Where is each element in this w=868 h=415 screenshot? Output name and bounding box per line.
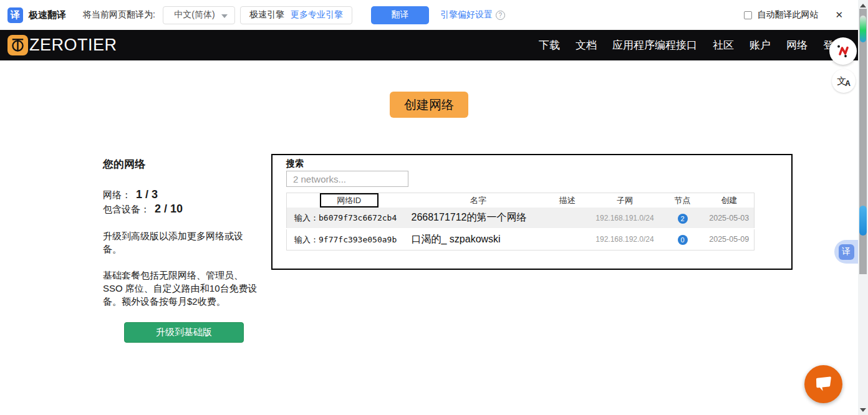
col-created[interactable]: 创建 xyxy=(705,193,755,208)
scrollbar-marker-green xyxy=(860,16,866,42)
language-select[interactable]: 中文(简体) xyxy=(163,6,235,24)
translate-brand: 极速翻译 xyxy=(29,9,66,21)
scrollbar-thumb[interactable] xyxy=(859,206,867,236)
network-description xyxy=(546,208,589,229)
side-translate-fab[interactable]: 文 A xyxy=(832,69,856,93)
auto-translate-label: 自动翻译此网站 xyxy=(757,9,818,21)
extension-network-fab[interactable] xyxy=(829,37,857,65)
chat-widget-button[interactable] xyxy=(804,365,842,403)
devices-stat: 包含设备： 2 / 10 xyxy=(103,202,259,216)
page: 译 极速翻译 将当前网页翻译为: 中文(简体) 极速引擎 更多专业引擎 翻译 引… xyxy=(0,0,868,415)
networks-panel: 搜索 网络ID 名字 描述 子网 节点 创建 xyxy=(271,154,793,270)
upgrade-button[interactable]: 升级到基础版 xyxy=(124,322,244,343)
devices-stat-label: 包含设备： xyxy=(103,202,150,216)
network-subnet: 192.168.192.0/24 xyxy=(589,229,661,250)
table-header-row: 网络ID 名字 描述 子网 节点 创建 xyxy=(287,193,755,208)
nav-api[interactable]: 应用程序编程接口 xyxy=(612,38,697,52)
chevron-down-icon xyxy=(221,14,228,18)
network-created: 2025-05-03 xyxy=(705,208,755,229)
main-nav: 下载 文档 应用程序编程接口 社区 账户 网络 登出 xyxy=(539,38,844,52)
input-label: 输入： xyxy=(294,235,319,244)
col-subnet[interactable]: 子网 xyxy=(589,193,661,208)
nav-networks[interactable]: 网络 xyxy=(786,38,808,52)
engine-prefs-label: 引擎偏好设置 xyxy=(440,9,493,21)
nav-account[interactable]: 账户 xyxy=(750,38,771,52)
page-scrollbar[interactable] xyxy=(858,0,868,415)
network-id[interactable]: 9f77fc393e050a9b xyxy=(319,235,397,244)
language-select-value: 中文(简体) xyxy=(174,9,215,21)
zerotier-logo-icon[interactable] xyxy=(7,35,28,55)
network-created: 2025-05-09 xyxy=(705,229,755,250)
chat-bubble-icon xyxy=(814,375,834,394)
devices-stat-value: 2 / 10 xyxy=(155,202,183,216)
engine-box: 极速引擎 更多专业引擎 xyxy=(240,6,352,24)
basic-plan-note: 基础套餐包括无限网络、管理员、SSO 席位、自定义路由和10台免费设备。额外设备… xyxy=(103,269,259,308)
engine-name: 极速引擎 xyxy=(249,9,284,21)
network-name[interactable]: 2668171712的第一个网络 xyxy=(412,208,546,229)
translate-pill-icon: 译 xyxy=(839,244,854,260)
nodes-badge[interactable]: 2 xyxy=(678,214,688,224)
networks-stat-label: 网络： xyxy=(103,188,131,202)
network-description xyxy=(546,229,589,250)
create-network-button[interactable]: 创建网络 xyxy=(390,92,468,118)
network-subnet: 192.168.191.0/24 xyxy=(589,208,661,229)
table-row[interactable]: 输入：b6079f73c6672cb4 2668171712的第一个网络 192… xyxy=(287,208,755,229)
network-name[interactable]: 口渴的_ szpakowski xyxy=(412,229,546,250)
your-networks-panel: 您的网络 网络： 1 / 3 包含设备： 2 / 10 升级到高级版以添加更多网… xyxy=(103,157,259,343)
networks-stat-value: 1 / 3 xyxy=(136,188,158,202)
network-id[interactable]: b6079f73c6672cb4 xyxy=(319,213,397,222)
nav-docs[interactable]: 文档 xyxy=(576,38,597,52)
input-label: 输入： xyxy=(294,213,319,222)
translate-pill[interactable]: 译 xyxy=(834,240,858,264)
scroll-down-icon[interactable] xyxy=(860,408,866,412)
nav-community[interactable]: 社区 xyxy=(713,38,734,52)
help-icon[interactable]: ? xyxy=(496,11,505,20)
engine-prefs-link[interactable]: 引擎偏好设置 ? xyxy=(440,9,505,21)
search-label: 搜索 xyxy=(286,158,791,169)
auto-translate-checkbox[interactable] xyxy=(744,11,752,19)
search-input[interactable] xyxy=(286,171,408,187)
more-engines-link[interactable]: 更多专业引擎 xyxy=(291,9,343,21)
networks-table: 网络ID 名字 描述 子网 节点 创建 输入：b6079f73c6672cb4 … xyxy=(286,193,755,250)
site-header: ZEROTIER 下载 文档 应用程序编程接口 社区 账户 网络 登出 xyxy=(0,30,858,60)
translate-extension-icon: 译 xyxy=(7,7,23,23)
nodes-badge[interactable]: 0 xyxy=(678,235,688,245)
panel-title: 您的网络 xyxy=(103,157,259,171)
translate-toolbar: 译 极速翻译 将当前网页翻译为: 中文(简体) 极速引擎 更多专业引擎 翻译 引… xyxy=(0,0,858,30)
col-description[interactable]: 描述 xyxy=(546,193,589,208)
upgrade-note: 升级到高级版以添加更多网络或设备。 xyxy=(103,229,259,255)
col-nodes[interactable]: 节点 xyxy=(661,193,705,208)
col-network-id[interactable]: 网络ID xyxy=(287,193,412,208)
col-name[interactable]: 名字 xyxy=(412,193,546,208)
close-icon[interactable]: ✕ xyxy=(835,9,843,21)
translate-target-label: 将当前网页翻译为: xyxy=(83,9,155,21)
networks-stat: 网络： 1 / 3 xyxy=(103,188,259,202)
translate-button[interactable]: 翻译 xyxy=(371,6,429,24)
nav-download[interactable]: 下载 xyxy=(539,38,560,52)
brand-name[interactable]: ZEROTIER xyxy=(29,36,117,55)
table-row[interactable]: 输入：9f77fc393e050a9b 口渴的_ szpakowski 192.… xyxy=(287,229,755,250)
scroll-up-icon[interactable] xyxy=(860,4,866,7)
network-nodes-icon xyxy=(836,44,851,59)
